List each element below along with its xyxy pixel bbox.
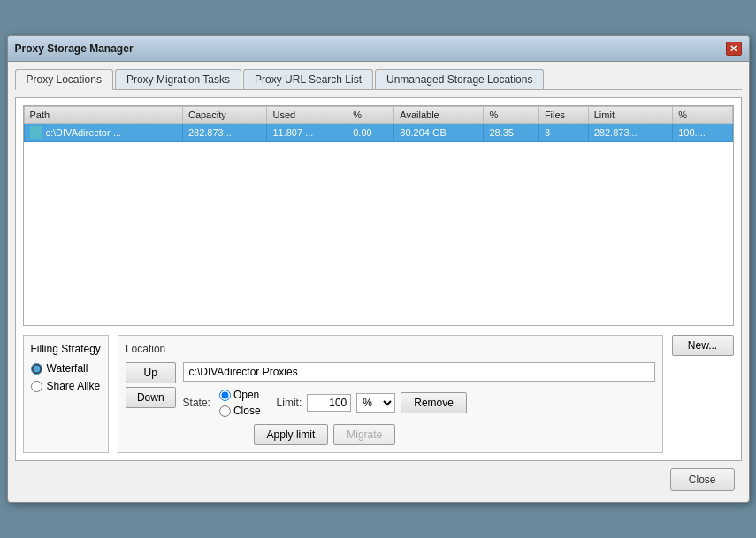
radio-waterfall[interactable]	[31, 363, 42, 375]
radio-share-alike-text: Share Alike	[47, 380, 101, 392]
col-available: Available	[394, 107, 484, 124]
apply-limit-button[interactable]: Apply limit	[254, 424, 329, 445]
radio-close-label[interactable]: Close	[219, 405, 261, 417]
location-controls: Up Down State:	[126, 362, 655, 445]
filling-strategy-label: Filling Strategy	[31, 343, 101, 355]
radio-open-text: Open	[233, 389, 259, 401]
state-label: State:	[183, 397, 210, 409]
bottom-panel: Filling Strategy Waterfall Share Alike	[23, 335, 734, 453]
radio-share-alike[interactable]	[31, 381, 42, 392]
radio-waterfall-label[interactable]: Waterfall	[31, 362, 101, 375]
filling-strategy-options: Waterfall Share Alike	[31, 362, 101, 392]
down-button[interactable]: Down	[126, 387, 176, 408]
radio-close-text: Close	[233, 405, 261, 417]
tab-unmanaged-storage[interactable]: Unmanaged Storage Locations	[375, 69, 544, 89]
window-close-button[interactable]: ✕	[726, 42, 742, 56]
col-limit: Limit	[588, 107, 673, 124]
tab-proxy-locations[interactable]: Proxy Locations	[15, 69, 113, 90]
window-body: Proxy Locations Proxy Migration Tasks Pr…	[8, 62, 749, 502]
table-header-row: Path Capacity Used % Available % Files L…	[24, 107, 732, 124]
close-button[interactable]: Close	[670, 468, 735, 491]
state-radio-group: Open Close	[219, 389, 261, 417]
col-files: Files	[538, 107, 588, 124]
location-label: Location	[126, 343, 655, 355]
limit-input[interactable]	[307, 394, 351, 412]
location-path-input[interactable]	[183, 362, 655, 382]
limit-unit-select[interactable]: % GB	[356, 393, 395, 413]
apply-migrate-row: Apply limit Migrate	[183, 424, 655, 445]
col-capacity: Capacity	[182, 107, 267, 124]
updown-buttons: Up Down	[126, 362, 176, 445]
title-bar: Proxy Storage Manager ✕	[8, 36, 749, 62]
radio-share-alike-label[interactable]: Share Alike	[31, 380, 101, 392]
tab-bar: Proxy Locations Proxy Migration Tasks Pr…	[15, 69, 742, 90]
right-buttons: New...	[672, 335, 734, 453]
location-section: Location Up Down State:	[118, 335, 663, 453]
location-fields: State: Open Close	[183, 362, 655, 445]
window-title: Proxy Storage Manager	[15, 42, 134, 55]
tab-proxy-url-search-list[interactable]: Proxy URL Search List	[243, 69, 373, 89]
migrate-button[interactable]: Migrate	[333, 424, 395, 445]
cell-capacity: 282.873...	[182, 124, 267, 142]
col-limit-pct: %	[673, 107, 732, 124]
filling-strategy-section: Filling Strategy Waterfall Share Alike	[23, 335, 109, 453]
cell-available: 80.204 GB	[394, 124, 484, 142]
radio-waterfall-text: Waterfall	[47, 362, 88, 375]
remove-button[interactable]: Remove	[401, 392, 467, 413]
proxy-storage-manager-window: Proxy Storage Manager ✕ Proxy Locations …	[7, 35, 750, 503]
cell-avail-pct: 28.35	[484, 124, 538, 142]
cell-path: c:\DIVAdirector ...	[24, 124, 182, 142]
state-limit-area: State: Open Close	[183, 389, 655, 417]
cell-limit-pct: 100....	[673, 124, 732, 142]
col-avail-pct: %	[484, 107, 538, 124]
table-row[interactable]: c:\DIVAdirector ... 282.873... 11.807 ..…	[24, 124, 732, 142]
cell-files: 3	[538, 124, 588, 142]
up-button[interactable]: Up	[126, 362, 176, 383]
radio-close[interactable]	[219, 405, 231, 417]
tab-proxy-migration-tasks[interactable]: Proxy Migration Tasks	[115, 69, 241, 89]
proxy-locations-table-wrapper: Path Capacity Used % Available % Files L…	[23, 105, 734, 326]
radio-open-label[interactable]: Open	[219, 389, 261, 401]
proxy-location-icon	[30, 126, 42, 139]
limit-label: Limit:	[277, 397, 302, 409]
tab-content-proxy-locations: Path Capacity Used % Available % Files L…	[15, 97, 742, 461]
col-path: Path	[24, 107, 182, 124]
footer-bar: Close	[15, 461, 742, 495]
col-used: Used	[267, 107, 347, 124]
cell-used: 11.807 ...	[267, 124, 347, 142]
cell-used-pct: 0.00	[347, 124, 394, 142]
new-button[interactable]: New...	[672, 335, 734, 356]
cell-limit: 282.873...	[588, 124, 673, 142]
proxy-locations-table: Path Capacity Used % Available % Files L…	[24, 106, 733, 142]
radio-open[interactable]	[219, 390, 231, 401]
col-used-pct: %	[347, 107, 394, 124]
